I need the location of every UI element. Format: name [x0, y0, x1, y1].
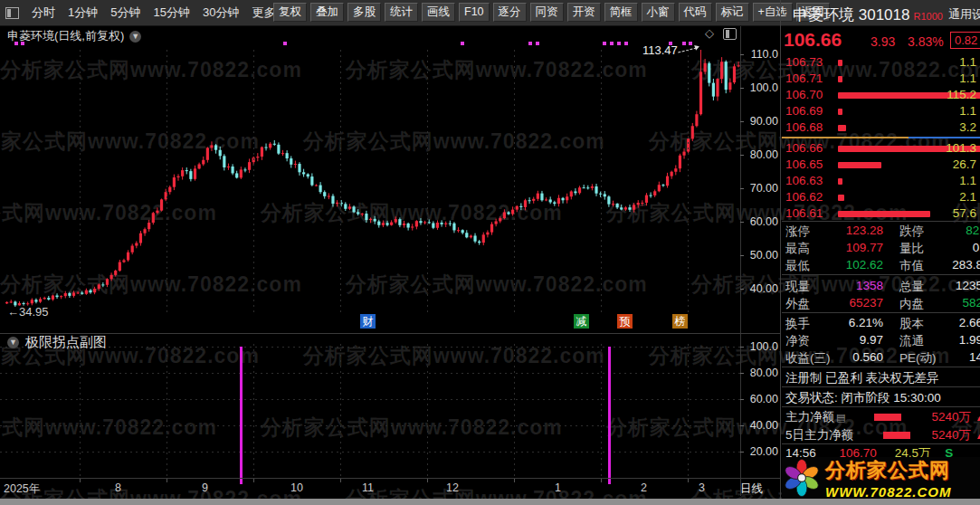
x-axis-label: 日线	[740, 481, 763, 497]
toolbar-button-13[interactable]: +自选	[753, 3, 793, 22]
flow5-label: 5日主力净额	[785, 428, 853, 442]
event-tag-减[interactable]: 减	[574, 314, 589, 329]
x-axis-label: 3	[699, 481, 705, 494]
menu-item-2[interactable]: 5分钟	[110, 5, 140, 21]
sub-y-axis-tick	[740, 399, 744, 400]
x-axis-tick	[80, 479, 81, 482]
x-axis-tick	[340, 479, 341, 482]
sub-y-axis-tick	[740, 425, 744, 426]
chart-header: 申菱环境(日线,前复权) ▼	[7, 28, 141, 44]
toolbar-button-4[interactable]: 画线	[422, 3, 455, 22]
toolbar-button-5[interactable]: F10	[459, 3, 490, 22]
event-tag-预[interactable]: 预	[617, 314, 633, 329]
ask-row[interactable]: 106.731.1	[784, 54, 979, 71]
grid-line-v	[340, 344, 341, 478]
window-icon[interactable]	[5, 7, 19, 19]
ask-price: 106.71	[785, 71, 823, 85]
menu-item-1[interactable]: 1分钟	[68, 5, 98, 21]
grid-line-v	[601, 50, 602, 314]
toolbar-button-9[interactable]: 简框	[604, 3, 638, 22]
bid-row[interactable]: 106.622.1	[784, 189, 979, 205]
stat-value: 102.62	[820, 258, 883, 272]
settings-label[interactable]: 通用设	[948, 6, 980, 23]
bid-row[interactable]: 106.6526.7	[784, 157, 979, 173]
stat-value: 6.21%	[820, 316, 883, 329]
flow-bar	[883, 432, 910, 439]
x-axis-tick	[253, 479, 254, 482]
menu-item-3[interactable]: 15分钟	[153, 5, 189, 21]
toolbar-button-1[interactable]: 叠加	[310, 3, 344, 22]
panel-divider	[782, 312, 980, 313]
signal-dot	[624, 42, 628, 45]
ask-row[interactable]: 106.683.2	[784, 119, 979, 136]
toolbar-button-6[interactable]: 逐分	[493, 3, 527, 22]
subchart-title: 极限拐点副图	[25, 334, 107, 351]
toolbar-button-3[interactable]: 统计	[385, 3, 418, 22]
bid-row[interactable]: 106.631.1	[784, 173, 979, 189]
stat-value: 65237	[820, 296, 883, 310]
x-axis-label: 10	[290, 481, 303, 494]
event-tag-财[interactable]: 财	[360, 314, 376, 329]
stat-value: 82.	[919, 224, 980, 237]
toolbar-button-8[interactable]: 开资	[567, 3, 601, 22]
chevron-down-icon[interactable]: ▼	[129, 31, 141, 43]
toolbar-button-0[interactable]: 复权	[273, 3, 307, 22]
bid-row[interactable]: 106.6157.6	[784, 205, 979, 222]
toolbar-button-11[interactable]: 代码	[679, 3, 712, 22]
stat-value: 1235	[919, 279, 980, 292]
bid-volume: 101.3	[946, 141, 976, 155]
signal-dot	[617, 42, 621, 45]
chevron-down-icon[interactable]: ▼	[7, 337, 19, 348]
toolbar-button-2[interactable]: 多股	[347, 3, 381, 22]
ask-volume-bar	[838, 60, 842, 66]
toolbar-button-10[interactable]: 小窗	[642, 3, 675, 22]
event-tag-榜[interactable]: 榜	[672, 314, 688, 329]
grid-line-v	[427, 344, 428, 478]
bid-row[interactable]: 106.66101.3	[784, 140, 979, 157]
panel-separator	[780, 0, 781, 505]
chart-title: 申菱环境(日线,前复权)	[7, 28, 124, 44]
sub-y-axis-tick	[740, 373, 744, 374]
toolbar-button-12[interactable]: 标记	[716, 3, 749, 22]
bid-price: 106.61	[785, 206, 823, 220]
menu-item-0[interactable]: 分时	[32, 5, 55, 21]
panel-divider	[782, 386, 980, 387]
bid-volume-bar	[838, 211, 930, 217]
subchart-plot[interactable]	[0, 344, 740, 478]
ask-row[interactable]: 106.70115.2	[784, 87, 979, 103]
sub-y-axis-tick	[740, 347, 744, 348]
signal-dot	[461, 42, 464, 45]
panel-divider	[782, 274, 980, 275]
signal-dot	[21, 42, 24, 45]
y-axis-label: 40.00	[740, 282, 778, 295]
panel-divider	[782, 367, 980, 367]
stats-row: 净资9.97流通1.99	[784, 332, 980, 349]
grid-line-v	[80, 50, 81, 314]
book-separator-blue	[909, 137, 980, 138]
ask-volume: 1.1	[959, 71, 976, 85]
ask-row[interactable]: 106.691.1	[784, 103, 979, 119]
panel-toggle-icon[interactable]	[723, 28, 737, 40]
list-icon[interactable]: ▤	[836, 412, 845, 424]
stat-label: 涨停	[785, 224, 810, 240]
y-axis-label: 70.00	[740, 182, 778, 195]
stat-value: 0.	[919, 241, 980, 254]
stat-value: 2.66	[919, 316, 980, 329]
signal-dot	[283, 42, 287, 45]
stats-row: 最高109.77量比0.	[784, 240, 980, 257]
y-axis-label: 50.00	[740, 249, 778, 262]
x-axis-tick	[427, 479, 428, 482]
ask-row[interactable]: 106.711.1	[784, 71, 979, 87]
menu-item-4[interactable]: 30分钟	[203, 5, 239, 21]
grid-line-h	[0, 373, 740, 374]
candlestick-chart[interactable]	[0, 50, 740, 314]
grid-line-v	[688, 50, 689, 314]
diamond-icon[interactable]: ◇	[705, 26, 714, 40]
y-axis-label: 60.00	[740, 215, 778, 228]
flow5-row[interactable]: 5日主力净额 5240万	[785, 427, 980, 444]
register-info: 注册制 已盈利 表决权无差异	[785, 370, 939, 386]
main-flow-row[interactable]: 主力净额▤ 5240万	[785, 409, 980, 426]
toolbar-button-7[interactable]: 同资	[530, 3, 564, 22]
bid-volume-bar	[838, 162, 881, 168]
logo-url: WWW.70822.COM	[825, 484, 951, 500]
